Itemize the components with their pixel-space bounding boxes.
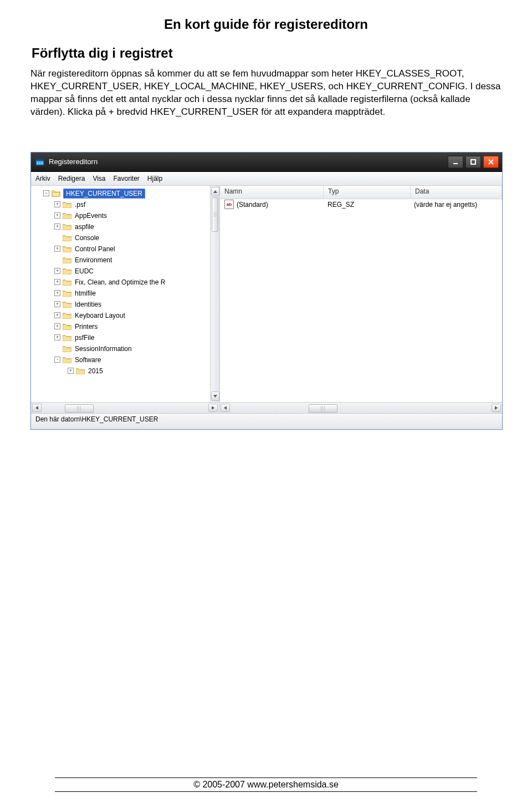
tree-item[interactable]: +Fix, Clean, and Optimize the R [35,277,210,288]
svg-rect-6 [471,160,475,164]
tree-item-label: Control Panel [75,243,115,255]
expand-icon[interactable]: + [54,301,60,307]
expander-placeholder [54,345,60,352]
menu-visa[interactable]: Visa [93,175,105,182]
collapse-icon[interactable]: - [54,357,60,363]
expand-icon[interactable]: + [54,279,60,285]
collapse-icon[interactable]: − [43,190,49,196]
values-pane: Namn Typ Data ab(Standard)REG_SZ(värde h… [220,186,502,402]
folder-icon [63,234,71,241]
value-data: (värde har ej angetts) [410,201,502,209]
tree-item-label: psfFile [75,332,94,343]
expand-icon[interactable]: + [54,212,60,218]
tree-horizontal-scrollbar[interactable] [31,403,219,413]
minimize-button[interactable] [448,156,463,168]
expand-icon[interactable]: + [54,334,60,340]
tree-item[interactable]: +Keyboard Layout [35,310,210,321]
list-horizontal-scrollbar[interactable] [219,403,502,413]
menu-arkiv[interactable]: Arkiv [35,175,50,182]
folder-icon [63,223,71,230]
tree-item-label: EUDC [75,266,94,277]
expander-placeholder [54,235,60,241]
svg-rect-1 [36,159,44,161]
tree-item-label: Printers [75,321,98,332]
tree-item-label: aspfile [75,221,94,232]
tree-item[interactable]: Console [35,232,210,243]
page-footer: © 2005-2007 www.petershemsida.se [0,777,532,792]
tree-item[interactable]: +Printers [35,321,210,332]
menu-redigera[interactable]: Redigera [58,175,85,182]
scroll-left-arrow-icon[interactable] [32,404,42,412]
expand-icon[interactable]: + [54,312,60,318]
string-value-icon: ab [224,200,234,209]
folder-icon [63,345,71,352]
expand-icon[interactable]: + [54,290,60,296]
svg-point-2 [37,162,38,164]
scroll-down-arrow-icon[interactable] [211,392,219,401]
tree-item-label: AppEvents [75,210,107,221]
tree-item[interactable]: +psfFile [35,332,210,343]
menu-hjalp[interactable]: Hjälp [147,175,162,182]
section-title: Förflytta dig i registret [30,45,502,61]
expand-icon[interactable]: + [54,223,60,230]
folder-icon [63,278,71,286]
close-button[interactable] [483,156,499,168]
regedit-window: Registereditorn Arkiv Redigera Visa Favo… [30,152,503,430]
value-name: (Standard) [237,201,268,209]
list-header: Namn Typ Data [220,186,502,199]
column-type[interactable]: Typ [324,186,411,199]
scroll-up-arrow-icon[interactable] [211,187,219,196]
folder-icon [76,367,85,374]
status-bar: Den här datorn\HKEY_CURRENT_USER [31,413,502,429]
tree-item[interactable]: +2015 [35,365,210,377]
tree-item[interactable]: +Control Panel [35,243,210,255]
scroll-left-arrow-icon[interactable] [221,404,230,412]
tree-item-selected[interactable]: − HKEY_CURRENT_USER [35,188,210,199]
column-name[interactable]: Namn [220,186,324,199]
tree-pane: − HKEY_CURRENT_USER +.psf+AppEvents+aspf… [31,186,220,402]
tree-item-label: Console [75,232,99,243]
folder-icon [63,323,71,330]
scroll-thumb[interactable] [212,197,218,232]
list-row[interactable]: ab(Standard)REG_SZ(värde har ej angetts) [220,199,502,210]
menu-favoriter[interactable]: Favoriter [114,175,140,182]
folder-icon [63,334,71,341]
tree-item[interactable]: +aspfile [35,221,210,232]
folder-icon [63,267,71,275]
tree-item-label: Identities [75,299,101,310]
tree-item-label: Software [75,354,101,365]
tree-vertical-scrollbar[interactable] [210,186,219,402]
expand-icon[interactable]: + [54,246,60,252]
tree-item[interactable]: -Software [35,354,210,365]
expand-icon[interactable]: + [54,201,60,207]
tree-item-label: Environment [75,255,112,266]
window-title: Registereditorn [49,157,448,166]
expand-icon[interactable]: + [54,323,60,329]
guide-title: En kort guide för registereditorn [30,17,502,32]
tree-item-label: 2015 [88,365,103,377]
tree-item-label: SessionInformation [75,343,132,354]
tree-item[interactable]: +EUDC [35,266,210,277]
registry-tree[interactable]: − HKEY_CURRENT_USER +.psf+AppEvents+aspf… [31,186,210,377]
tree-item[interactable]: +htmlfile [35,288,210,299]
tree-item[interactable]: +.psf [35,199,210,210]
maximize-button[interactable] [466,156,481,168]
scroll-right-arrow-icon[interactable] [208,404,218,412]
list-body[interactable]: ab(Standard)REG_SZ(värde har ej angetts) [220,199,502,402]
folder-icon [63,312,71,319]
expand-icon[interactable]: + [68,368,74,374]
column-data[interactable]: Data [411,186,502,199]
scroll-right-arrow-icon[interactable] [492,404,501,412]
tree-item[interactable]: +Identities [35,299,210,310]
scroll-thumb[interactable] [65,404,94,413]
scroll-thumb[interactable] [309,404,337,413]
tree-item-label: .psf [75,199,85,210]
svg-point-4 [42,162,43,164]
tree-item[interactable]: Environment [35,255,210,266]
folder-icon [63,256,71,263]
folder-icon [63,212,71,219]
tree-item[interactable]: +AppEvents [35,210,210,221]
tree-item[interactable]: SessionInformation [35,343,210,354]
value-type: REG_SZ [323,201,410,209]
expand-icon[interactable]: + [54,268,60,274]
